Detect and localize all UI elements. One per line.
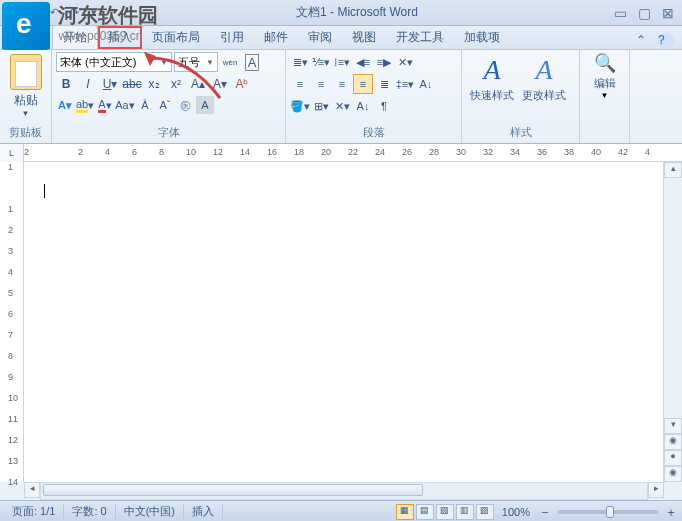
char-shading-button[interactable]: A	[196, 96, 214, 114]
zoom-percentage[interactable]: 100%	[496, 506, 536, 518]
change-styles-button[interactable]: A 更改样式	[518, 52, 570, 103]
tab-home[interactable]: 开始	[52, 25, 98, 49]
tab-references[interactable]: 引用	[210, 26, 254, 49]
zoom-in-button[interactable]: +	[664, 505, 678, 519]
decrease-indent-button[interactable]: ◀≡	[353, 52, 373, 72]
asian-layout2-button[interactable]: ✕▾	[332, 96, 352, 116]
grow-font-alt-button[interactable]: Â	[136, 96, 154, 114]
font-color-button[interactable]: A▾	[96, 96, 114, 114]
scroll-left-button[interactable]: ◂	[24, 482, 40, 498]
title-bar: W 💾 ↶ ↷ ▾ 文档1 - Microsoft Word ▭ ▢ ⊠	[0, 0, 682, 26]
prev-page-button[interactable]: ◉	[664, 434, 682, 450]
underline-button[interactable]: U▾	[100, 74, 120, 94]
multilevel-list-button[interactable]: ⁞≡▾	[332, 52, 352, 72]
show-marks-button[interactable]: ¶	[374, 96, 394, 116]
superscript-button[interactable]: x²	[166, 74, 186, 94]
find-button[interactable]: 🔍 编辑 ▼	[584, 52, 625, 100]
enclose-char-button[interactable]: ㊩	[176, 96, 194, 114]
status-language[interactable]: 中文(中国)	[116, 504, 184, 519]
line-spacing-button[interactable]: ‡≡▾	[395, 74, 415, 94]
increase-indent-button[interactable]: ≡▶	[374, 52, 394, 72]
quick-styles-label: 快速样式	[466, 88, 518, 103]
align-justify-button[interactable]: ≡	[353, 74, 373, 94]
view-full-screen-button[interactable]: ▤	[416, 504, 434, 520]
styles-group-label: 样式	[466, 124, 575, 141]
borders-button[interactable]: ⊞▾	[311, 96, 331, 116]
scroll-down-button[interactable]: ▾	[664, 418, 682, 434]
document-area: 11234567891011121314 ▴ ▾ ◉ ● ◉	[0, 162, 682, 482]
zoom-slider[interactable]	[558, 510, 658, 514]
strikethrough-button[interactable]: abc	[122, 74, 142, 94]
align-center-button[interactable]: ≡	[311, 74, 331, 94]
tab-developer[interactable]: 开发工具	[386, 26, 454, 49]
ruler-corner[interactable]: L	[0, 144, 24, 162]
subscript-button[interactable]: x₂	[144, 74, 164, 94]
status-word-count[interactable]: 字数: 0	[64, 504, 115, 519]
tab-review[interactable]: 审阅	[298, 26, 342, 49]
paste-dropdown-icon[interactable]: ▼	[4, 109, 47, 118]
ruler-horizontal[interactable]: 2246810121416182022242628303234363840424	[24, 144, 682, 161]
change-styles-label: 更改样式	[518, 88, 570, 103]
status-insert-mode[interactable]: 插入	[184, 504, 223, 519]
tab-view[interactable]: 视图	[342, 26, 386, 49]
phonetic-guide-button[interactable]: wén	[220, 52, 240, 72]
zoom-out-button[interactable]: −	[538, 505, 552, 519]
shrink-font-button[interactable]: A▾	[210, 74, 230, 94]
editing-group-label	[584, 127, 625, 141]
scroll-right-button[interactable]: ▸	[648, 482, 664, 498]
shrink-font-alt-button[interactable]: Aˇ	[156, 96, 174, 114]
sort-button[interactable]: A↓	[416, 74, 436, 94]
hscroll-track[interactable]	[40, 482, 648, 500]
align-left-button[interactable]: ≡	[290, 74, 310, 94]
shading-button[interactable]: 🪣▾	[290, 96, 310, 116]
help-icon[interactable]: ?	[658, 33, 674, 49]
tab-insert[interactable]: 插入	[98, 26, 142, 49]
hscroll-thumb[interactable]	[43, 484, 423, 496]
numbering-button[interactable]: ⅟≡▾	[311, 52, 331, 72]
word-app-icon[interactable]: W	[6, 5, 22, 21]
paste-button[interactable]: 粘贴 ▼	[4, 52, 47, 118]
scroll-up-button[interactable]: ▴	[664, 162, 682, 178]
browse-object-button[interactable]: ●	[664, 450, 682, 466]
close-button[interactable]: ⊠	[660, 5, 676, 21]
view-draft-button[interactable]: ▨	[476, 504, 494, 520]
font-name-combo[interactable]: 宋体 (中文正文)▼	[56, 52, 172, 72]
align-right-button[interactable]: ≡	[332, 74, 352, 94]
view-print-layout-button[interactable]: ▦	[396, 504, 414, 520]
vertical-scrollbar[interactable]: ▴ ▾ ◉ ● ◉	[664, 162, 682, 482]
view-outline-button[interactable]: ▥	[456, 504, 474, 520]
status-page[interactable]: 页面: 1/1	[4, 504, 64, 519]
maximize-button[interactable]: ▢	[636, 5, 652, 21]
distribute-button[interactable]: ≣	[374, 74, 394, 94]
qat-undo-icon[interactable]: ↶	[46, 5, 62, 21]
character-border-button[interactable]: A	[242, 52, 262, 72]
tab-file[interactable]: 文件	[2, 26, 50, 49]
vscroll-track[interactable]	[664, 178, 682, 418]
bullets-button[interactable]: ≣▾	[290, 52, 310, 72]
zoom-slider-thumb[interactable]	[606, 506, 614, 518]
view-web-button[interactable]: ▧	[436, 504, 454, 520]
group-editing: 🔍 编辑 ▼	[580, 50, 630, 143]
text-effects-button[interactable]: A▾	[56, 96, 74, 114]
qat-save-icon[interactable]: 💾	[26, 5, 42, 21]
next-page-button[interactable]: ◉	[664, 466, 682, 482]
minimize-button[interactable]: ▭	[612, 5, 628, 21]
grow-font-button[interactable]: A▴	[188, 74, 208, 94]
bold-button[interactable]: B	[56, 74, 76, 94]
asian-layout-button[interactable]: ✕▾	[395, 52, 415, 72]
tab-addins[interactable]: 加载项	[454, 26, 510, 49]
sort2-button[interactable]: A↓	[353, 96, 373, 116]
highlight-button[interactable]: ab▾	[76, 96, 94, 114]
clear-formatting-button[interactable]: Aᵇ	[232, 74, 252, 94]
font-size-combo[interactable]: 五号▼	[174, 52, 218, 72]
minimize-ribbon-icon[interactable]: ⌃	[636, 33, 652, 49]
change-case-button[interactable]: Aa▾	[116, 96, 134, 114]
tab-page-layout[interactable]: 页面布局	[142, 26, 210, 49]
quick-styles-button[interactable]: A 快速样式	[466, 52, 518, 103]
document-page[interactable]	[24, 162, 664, 482]
italic-button[interactable]: I	[78, 74, 98, 94]
ruler-vertical[interactable]: 11234567891011121314	[0, 162, 24, 482]
tab-mailings[interactable]: 邮件	[254, 26, 298, 49]
qat-redo-icon[interactable]: ↷	[66, 5, 82, 21]
qat-customize-icon[interactable]: ▾	[86, 5, 102, 21]
